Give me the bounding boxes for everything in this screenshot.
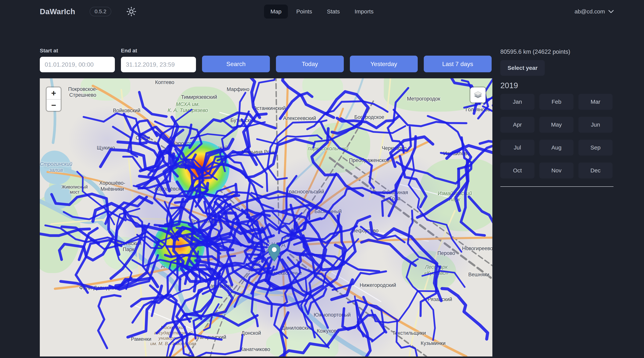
start-at-input[interactable] bbox=[40, 57, 115, 72]
chevron-down-icon bbox=[608, 10, 614, 13]
theme-toggle[interactable] bbox=[126, 7, 136, 16]
month-button-aug[interactable]: Aug bbox=[540, 140, 574, 156]
gps-tracks-layer bbox=[40, 78, 492, 357]
app-header: DaWarIch 0.5.2 Map Points Stats Imports … bbox=[0, 0, 644, 23]
layers-icon bbox=[474, 91, 482, 99]
map-layers-control[interactable] bbox=[470, 87, 486, 103]
month-button-oct[interactable]: Oct bbox=[500, 163, 534, 179]
sidebar-divider bbox=[500, 186, 614, 187]
map-viewport[interactable]: КоптевоПокровское- СтрешневоВойковскийТи… bbox=[40, 78, 492, 357]
end-at-label: End at bbox=[121, 48, 196, 54]
month-button-mar[interactable]: Mar bbox=[578, 94, 612, 110]
month-grid: Jan Feb Mar Apr May Jun Jul Aug Sep Oct … bbox=[500, 94, 614, 179]
year-heading: 2019 bbox=[500, 81, 614, 90]
sun-icon bbox=[126, 7, 136, 16]
yesterday-button[interactable]: Yesterday bbox=[350, 56, 418, 72]
start-at-label: Start at bbox=[40, 48, 115, 54]
select-year-button[interactable]: Select year bbox=[500, 60, 545, 76]
tab-stats[interactable]: Stats bbox=[320, 4, 346, 18]
end-at-input[interactable] bbox=[121, 57, 196, 72]
zoom-out-button[interactable]: − bbox=[46, 99, 61, 111]
map-zoom-control: + − bbox=[46, 87, 61, 111]
month-button-jul[interactable]: Jul bbox=[500, 140, 534, 156]
page-content: Start at End at Search Today Yesterday L… bbox=[0, 23, 644, 357]
month-button-jan[interactable]: Jan bbox=[500, 94, 534, 110]
today-button[interactable]: Today bbox=[276, 56, 344, 72]
app-logo: DaWarIch bbox=[40, 7, 75, 16]
search-button[interactable]: Search bbox=[202, 56, 270, 72]
map-column: Start at End at Search Today Yesterday L… bbox=[40, 48, 492, 357]
main-nav: Map Points Stats Imports bbox=[264, 4, 380, 18]
tab-points[interactable]: Points bbox=[290, 4, 318, 18]
end-at-field: End at bbox=[121, 48, 196, 72]
month-button-feb[interactable]: Feb bbox=[540, 94, 574, 110]
distance-stats: 80595.6 km (24622 points) bbox=[500, 48, 614, 55]
filter-bar: Start at End at Search Today Yesterday L… bbox=[40, 48, 492, 72]
month-button-may[interactable]: May bbox=[540, 117, 574, 133]
tab-map[interactable]: Map bbox=[264, 4, 288, 18]
user-menu[interactable]: ab@cd.com bbox=[574, 8, 614, 15]
right-sidebar: 80595.6 km (24622 points) Select year 20… bbox=[500, 48, 614, 357]
last-7-days-button[interactable]: Last 7 days bbox=[424, 56, 492, 72]
location-pin[interactable] bbox=[268, 243, 281, 262]
month-button-dec[interactable]: Dec bbox=[578, 163, 612, 179]
version-badge: 0.5.2 bbox=[90, 7, 111, 16]
tab-imports[interactable]: Imports bbox=[348, 4, 380, 18]
month-button-nov[interactable]: Nov bbox=[540, 163, 574, 179]
user-email: ab@cd.com bbox=[574, 8, 605, 15]
month-button-apr[interactable]: Apr bbox=[500, 117, 534, 133]
month-button-sep[interactable]: Sep bbox=[578, 140, 612, 156]
zoom-in-button[interactable]: + bbox=[46, 87, 61, 99]
month-button-jun[interactable]: Jun bbox=[578, 117, 612, 133]
start-at-field: Start at bbox=[40, 48, 115, 72]
